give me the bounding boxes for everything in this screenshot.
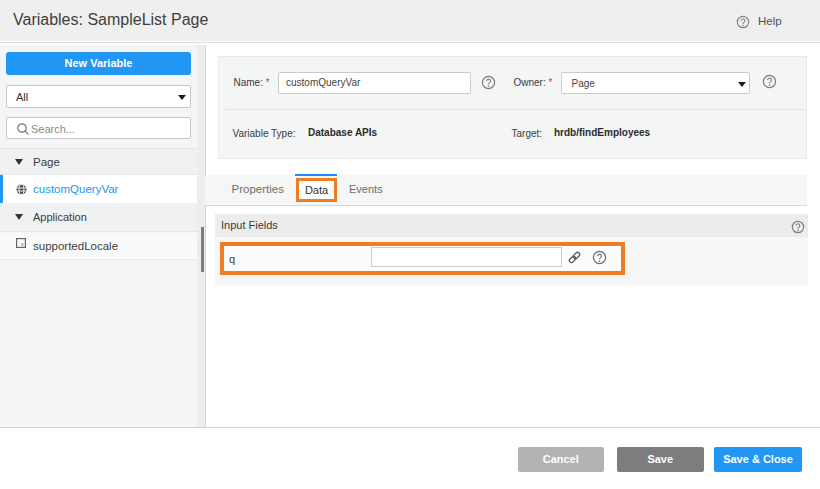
svg-text:x: x <box>21 241 24 247</box>
